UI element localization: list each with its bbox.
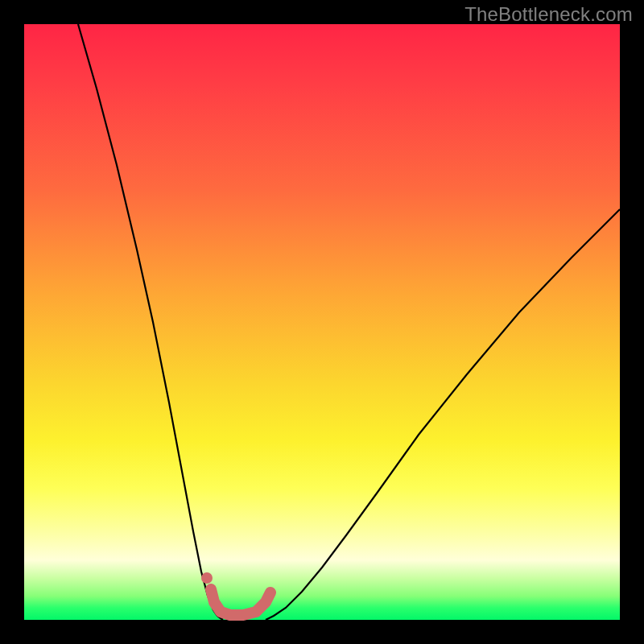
series-left-curve	[78, 24, 223, 620]
markers-group	[201, 572, 213, 584]
chart-svg	[24, 24, 620, 620]
chart-container: TheBottleneck.com	[0, 0, 644, 644]
marker-pink-dot	[201, 572, 213, 584]
watermark-text: TheBottleneck.com	[464, 3, 633, 26]
series-group	[78, 24, 620, 620]
series-right-curve	[266, 209, 620, 620]
series-pink-bottom	[211, 589, 270, 615]
